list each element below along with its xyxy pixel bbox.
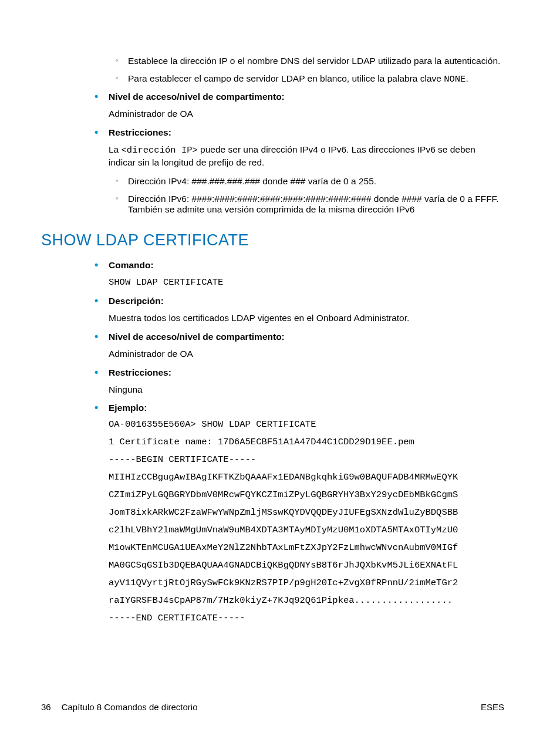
top-bullet-list: Establece la dirección IP o el nombre DN… <box>41 56 504 85</box>
sub-list-item: Dirección IPv6: ####:####:####:####:####… <box>117 194 504 215</box>
body-text: Para establecer el campo de servidor LDA… <box>128 73 444 83</box>
sub-list-item: Para establecer el campo de servidor LDA… <box>117 73 504 85</box>
list-item: Restricciones: La <dirección IP> puede s… <box>97 127 504 215</box>
item-code: SHOW LDAP CERTIFICATE <box>109 276 504 289</box>
upper-items: Nivel de acceso/nivel de compartimento: … <box>41 92 504 215</box>
item-body: Administrador de OA <box>109 108 504 120</box>
section-items: Comando: SHOW LDAP CERTIFICATE Descripci… <box>41 260 504 624</box>
page-number: 36 <box>41 702 51 712</box>
list-item: Establece la dirección IP o el nombre DN… <box>97 56 504 85</box>
list-item: Comando: SHOW LDAP CERTIFICATE <box>97 260 504 289</box>
sub-list-item: Establece la dirección IP o el nombre DN… <box>117 56 504 66</box>
code-line: M1owKTEnMCUGA1UEAxMeY2NlZ2NhbTAxLmFtZXJp… <box>109 542 504 553</box>
chapter-title: Capítulo 8 Comandos de directorio <box>62 702 198 712</box>
list-item: Nivel de acceso/nivel de compartimento: … <box>97 92 504 120</box>
body-text: Dirección IPv6: ####:####:####:####:####… <box>128 194 499 214</box>
code-line: CZImiZPyLGQBGRYDbmV0MRcwFQYKCZImiZPyLGQB… <box>109 490 504 500</box>
item-label: Comando: <box>109 260 154 270</box>
inline-code: NONE <box>444 74 465 85</box>
footer-left: 36Capítulo 8 Comandos de directorio <box>41 702 197 712</box>
code-line: JomT8ixkARkWC2FzaWFwYWNpZmljMSswKQYDVQQD… <box>109 507 504 518</box>
code-line: c2lhLVBhY2lmaWMgUmVnaW9uMB4XDTA3MTAyMDIy… <box>109 525 504 535</box>
list-item: Restricciones: Ninguna <box>97 367 504 396</box>
code-line: MA0GCSqGSIb3DQEBAQUAA4GNADCBiQKBgQDNYsB8… <box>109 560 504 571</box>
list-item: Ejemplo: OA-0016355E560A> SHOW LDAP CERT… <box>97 403 504 623</box>
code-line: MIIHIzCCBgugAwIBAgIKFTKZbQAAAFx1EDANBgkq… <box>109 472 504 482</box>
page-footer: 36Capítulo 8 Comandos de directorio ESES <box>41 702 504 712</box>
code-line: ayV11QVyrtjRtOjRGySwFCk9KNzRS7PIP/p9gH20… <box>109 578 504 588</box>
item-label: Nivel de acceso/nivel de compartimento: <box>109 92 285 102</box>
item-label: Ejemplo: <box>109 403 147 413</box>
code-line: -----END CERTIFICATE----- <box>109 613 504 623</box>
body-text: La <box>109 144 122 154</box>
body-text: . <box>465 73 468 83</box>
sub-list-item: Dirección IPv4: ###.###.###.### donde ##… <box>117 176 504 187</box>
list-item: Descripción: Muestra todos los certifica… <box>97 296 504 325</box>
code-line: 1 Certificate name: 17D6A5ECBF51A1A47D44… <box>109 437 504 447</box>
section-heading: SHOW LDAP CERTIFICATE <box>41 231 504 249</box>
item-label: Restricciones: <box>109 127 171 137</box>
item-label: Descripción: <box>109 296 164 306</box>
footer-right: ESES <box>481 702 504 712</box>
body-text: Dirección IPv4: ###.###.###.### donde ##… <box>128 176 376 186</box>
code-line: OA-0016355E560A> SHOW LDAP CERTIFICATE <box>109 419 504 430</box>
item-body: Muestra todos los certificados LDAP vige… <box>109 312 504 325</box>
example-block: OA-0016355E560A> SHOW LDAP CERTIFICATE 1… <box>109 419 504 623</box>
item-body: La <dirección IP> puede ser una direcció… <box>109 144 504 169</box>
sub-list: Dirección IPv4: ###.###.###.### donde ##… <box>109 176 504 215</box>
code-line: -----BEGIN CERTIFICATE----- <box>109 454 504 465</box>
list-item: Nivel de acceso/nivel de compartimento: … <box>97 332 504 360</box>
body-text: Establece la dirección IP o el nombre DN… <box>128 56 500 66</box>
item-body: Ninguna <box>109 384 504 396</box>
code-line: raIYGRSFBJ4sCpAP87m/7Hzk0kiyZ+7KJq92Q61P… <box>109 595 504 606</box>
inline-code: <dirección IP> <box>122 145 198 156</box>
item-body: Administrador de OA <box>109 348 504 360</box>
item-label: Nivel de acceso/nivel de compartimento: <box>109 332 285 342</box>
item-label: Restricciones: <box>109 367 171 377</box>
